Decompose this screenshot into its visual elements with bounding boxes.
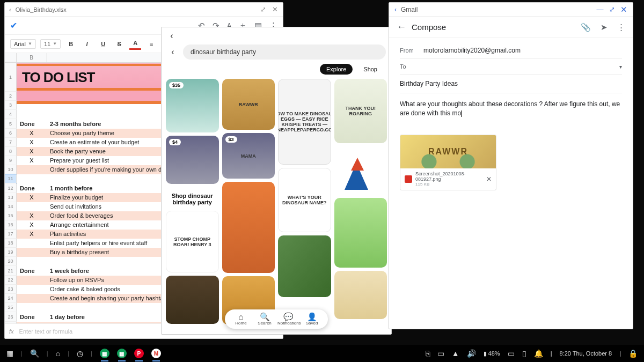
tab-explore[interactable]: Explore bbox=[320, 64, 353, 75]
maximize-icon[interactable]: ⤢ bbox=[608, 6, 616, 13]
strikethrough-button[interactable]: S bbox=[113, 38, 125, 50]
cast-icon[interactable]: ▭ bbox=[437, 349, 444, 358]
text-color-button[interactable]: A bbox=[129, 38, 141, 50]
tab-shop[interactable]: Shop bbox=[357, 64, 384, 75]
task-mark[interactable]: X bbox=[17, 220, 47, 230]
taskbar-sheets-2-icon[interactable]: ▦ bbox=[117, 349, 127, 358]
row-header[interactable]: 8 bbox=[5, 147, 17, 156]
do-not-disturb-icon[interactable]: ▭ bbox=[508, 349, 515, 358]
pin-card[interactable]: THANK YOU! ROARING bbox=[334, 79, 387, 143]
col-b-header[interactable]: B bbox=[17, 53, 47, 62]
row-header[interactable]: 6 bbox=[5, 129, 17, 138]
task-mark[interactable]: X bbox=[17, 230, 47, 239]
pin-card[interactable] bbox=[334, 146, 387, 195]
italic-button[interactable]: I bbox=[81, 38, 93, 50]
apps-grid-icon[interactable]: ▦ bbox=[6, 349, 13, 358]
taskbar-gmail-icon[interactable]: M bbox=[151, 349, 161, 358]
task-mark[interactable]: X bbox=[17, 138, 47, 147]
task-mark[interactable]: X bbox=[17, 147, 47, 156]
row-header[interactable]: 7 bbox=[5, 138, 17, 147]
row-header[interactable]: 16 bbox=[5, 220, 17, 230]
clock[interactable]: 8:20 Thu, October 8 bbox=[560, 350, 612, 357]
nav-home[interactable]: ⌂Home bbox=[230, 313, 252, 326]
row-header[interactable]: 14 bbox=[5, 202, 17, 211]
nav-notifications[interactable]: 💬Notifications bbox=[277, 313, 299, 326]
pin-card[interactable] bbox=[166, 276, 219, 324]
row-header[interactable]: 2 bbox=[5, 92, 17, 101]
pin-card[interactable] bbox=[334, 271, 387, 319]
volume-icon[interactable]: 🔊 bbox=[467, 349, 476, 358]
nav-saved[interactable]: 👤Saved bbox=[301, 313, 323, 326]
body-field[interactable]: What are your thoughts about these decor… bbox=[400, 93, 622, 125]
back-chevron-icon[interactable]: ‹ bbox=[9, 6, 11, 13]
task-mark[interactable]: X bbox=[17, 156, 47, 165]
pin-card[interactable] bbox=[334, 198, 387, 268]
attach-icon[interactable]: 📎 bbox=[581, 23, 591, 32]
more-vert-icon[interactable]: ⋮ bbox=[617, 23, 625, 32]
close-icon[interactable]: ✕ bbox=[271, 6, 279, 13]
task-mark[interactable] bbox=[17, 294, 47, 303]
align-button[interactable]: ≡ bbox=[145, 38, 157, 50]
row-header[interactable]: 15 bbox=[5, 211, 17, 220]
pin-card[interactable]: HOW TO MAKE DINOSAUR EGGS — EASY RICE KR… bbox=[278, 79, 331, 165]
close-icon[interactable]: ✕ bbox=[620, 6, 627, 13]
wifi-icon[interactable]: ▲ bbox=[452, 349, 459, 358]
chevron-down-icon[interactable]: ▾ bbox=[619, 64, 622, 70]
row-header[interactable]: 3 bbox=[5, 101, 17, 110]
task-mark[interactable] bbox=[17, 202, 47, 211]
pinterest-back-icon[interactable]: ‹ bbox=[166, 31, 178, 41]
row-header[interactable]: 11 bbox=[5, 174, 17, 183]
formula-input[interactable]: Enter text or formula bbox=[19, 328, 73, 335]
row-header[interactable]: 12 bbox=[5, 183, 17, 193]
phone-icon[interactable]: ▯ bbox=[522, 349, 526, 358]
pin-card[interactable]: STOMP CHOMP ROAR! HENRY 3 bbox=[166, 211, 219, 272]
row-header[interactable]: 19 bbox=[5, 248, 17, 257]
taskbar-sheets-1-icon[interactable]: ▦ bbox=[100, 349, 109, 358]
send-icon[interactable]: ➤ bbox=[601, 23, 608, 32]
pin-card[interactable]: RAWWR bbox=[222, 79, 275, 130]
bell-icon[interactable]: 🔔 bbox=[534, 349, 543, 358]
pin-card[interactable]: $4 bbox=[166, 136, 219, 184]
font-dropdown[interactable]: Arial▼ bbox=[10, 39, 36, 49]
bold-button[interactable]: B bbox=[65, 38, 77, 50]
task-mark[interactable] bbox=[17, 276, 47, 285]
screenshot-icon[interactable]: ⎘ bbox=[426, 349, 430, 358]
accept-check-icon[interactable]: ✔ bbox=[10, 20, 17, 31]
to-row[interactable]: To ▾ bbox=[400, 59, 622, 75]
taskbar-pinterest-icon[interactable]: P bbox=[134, 349, 144, 358]
pin-card[interactable]: WHAT'S YOUR DINOSAUR NAME? bbox=[278, 168, 331, 232]
task-mark[interactable] bbox=[17, 165, 47, 174]
lock-icon[interactable]: 🔒 bbox=[628, 349, 638, 358]
pin-card[interactable]: $35 bbox=[166, 79, 219, 132]
task-mark[interactable]: X bbox=[17, 211, 47, 220]
pinterest-search-input[interactable] bbox=[183, 45, 386, 60]
search-icon[interactable]: 🔍 bbox=[30, 349, 39, 358]
recents-icon[interactable]: ◷ bbox=[77, 349, 83, 358]
home-icon[interactable]: ⌂ bbox=[56, 349, 60, 358]
row-header[interactable]: 4 bbox=[5, 110, 17, 119]
underline-button[interactable]: U bbox=[97, 38, 109, 50]
task-mark[interactable] bbox=[17, 239, 47, 248]
row-header[interactable]: 20 bbox=[5, 257, 17, 266]
pin-card[interactable] bbox=[222, 182, 275, 273]
task-mark[interactable] bbox=[17, 248, 47, 257]
row-header[interactable]: 18 bbox=[5, 239, 17, 248]
attachment-card[interactable]: RAWWR Screenshot_20201008-081927.png 115… bbox=[400, 135, 496, 191]
row-header[interactable]: 9 bbox=[5, 156, 17, 165]
minimize-icon[interactable]: — bbox=[596, 6, 604, 13]
row-header[interactable]: 25 bbox=[5, 303, 17, 312]
task-mark[interactable]: X bbox=[17, 129, 47, 138]
row-header[interactable]: 24 bbox=[5, 294, 17, 303]
row-header[interactable]: 21 bbox=[5, 266, 17, 276]
from-row[interactable]: From motorolamobility2020@gmail.com bbox=[400, 42, 622, 59]
task-mark[interactable] bbox=[17, 285, 47, 294]
row-header[interactable]: 23 bbox=[5, 285, 17, 294]
row-header[interactable]: 22 bbox=[5, 276, 17, 285]
pin-card[interactable] bbox=[278, 235, 331, 297]
row-header[interactable]: 10 bbox=[5, 165, 17, 174]
pinterest-back-icon-2[interactable]: ‹ bbox=[167, 47, 179, 57]
remove-attachment-icon[interactable]: ✕ bbox=[486, 175, 492, 183]
battery-status[interactable]: ▮48% bbox=[484, 350, 500, 357]
row-header[interactable]: 26 bbox=[5, 312, 17, 322]
row-header[interactable]: 17 bbox=[5, 230, 17, 239]
